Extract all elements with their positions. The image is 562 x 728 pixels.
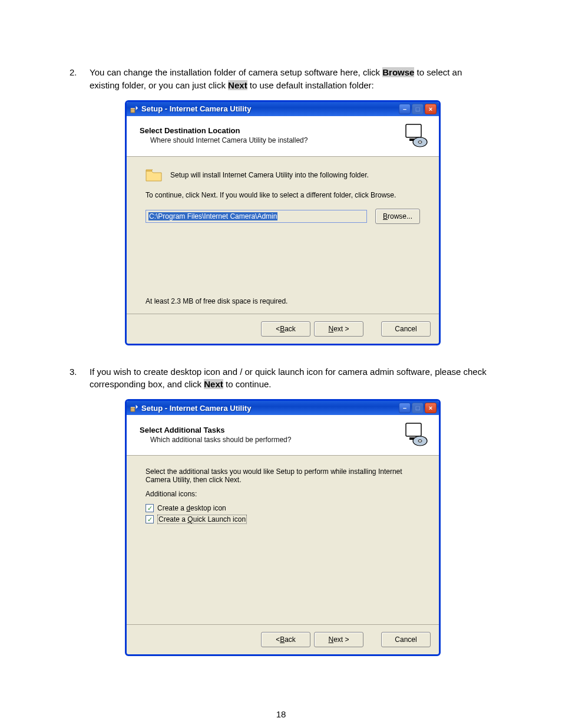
tasks-intro: Select the additional tasks you would li… (146, 467, 420, 484)
step-text: If you wish to create desktop icon and /… (90, 365, 492, 391)
back-button[interactable]: < Back (261, 632, 310, 647)
minimize-button[interactable]: – (399, 104, 411, 114)
browse-button[interactable]: Browse... (375, 209, 420, 224)
minimize-button[interactable]: – (399, 403, 411, 413)
svg-rect-2 (406, 124, 421, 137)
svg-rect-1 (131, 108, 135, 109)
install-path-input[interactable]: C:\Program Files\Internet Camera\Admin (146, 210, 367, 223)
instruction-step-2: 2. You can change the installation folde… (70, 66, 492, 92)
checkbox-icon: ✓ (146, 504, 154, 512)
maximize-button: □ (412, 104, 424, 114)
button-bar: < Back Next > Cancel (127, 314, 439, 344)
button-bar: < Back Next > Cancel (127, 624, 439, 654)
disk-space-text: At least 2.3 MB of free disk space is re… (146, 297, 287, 305)
next-button[interactable]: Next > (314, 321, 363, 337)
dialog-header: Select Additional Tasks Which additional… (127, 415, 439, 456)
install-line-2: To continue, click Next. If you would li… (146, 191, 420, 199)
cancel-button[interactable]: Cancel (381, 632, 431, 647)
header-title: Select Destination Location (140, 126, 404, 135)
folder-icon (146, 169, 162, 182)
step-text: You can change the installation folder o… (90, 66, 492, 92)
svg-rect-7 (131, 407, 135, 408)
titlebar[interactable]: Setup - Internet Camera Utility – □ × (127, 102, 439, 116)
next-button[interactable]: Next > (314, 632, 363, 647)
close-button[interactable]: × (425, 403, 437, 413)
checkbox-label: Create a desktop icon (157, 504, 226, 512)
header-title: Select Additional Tasks (140, 426, 404, 434)
maximize-button: □ (412, 403, 424, 413)
installer-icon (130, 404, 138, 412)
checkbox-label: Create a Quick Launch icon (157, 515, 247, 524)
installer-icon (130, 105, 138, 113)
window-title: Setup - Internet Camera Utility (141, 104, 398, 113)
header-subtitle: Which additional tasks should be perform… (140, 436, 404, 444)
header-subtitle: Where should Internet Camera Utility be … (140, 136, 404, 144)
window-title: Setup - Internet Camera Utility (141, 404, 398, 413)
checkbox-quick-launch[interactable]: ✓ Create a Quick Launch icon (146, 515, 420, 524)
svg-rect-8 (406, 423, 421, 436)
checkbox-icon: ✓ (146, 515, 154, 523)
dialog-body: Setup will install Internet Camera Utili… (127, 157, 439, 314)
instruction-step-3: 3. If you wish to create desktop icon an… (70, 365, 492, 391)
svg-rect-6 (131, 408, 135, 411)
svg-point-11 (418, 440, 422, 442)
titlebar[interactable]: Setup - Internet Camera Utility – □ × (127, 401, 439, 415)
close-button[interactable]: × (425, 104, 437, 114)
svg-point-5 (418, 141, 422, 143)
page-number: 18 (70, 709, 492, 728)
svg-rect-0 (131, 109, 135, 113)
tasks-group-label: Additional icons: (146, 490, 420, 498)
dialog-body: Select the additional tasks you would li… (127, 456, 439, 624)
setup-dialog-tasks: Setup - Internet Camera Utility – □ × Se… (125, 399, 441, 656)
setup-dialog-destination: Setup - Internet Camera Utility – □ × Se… (125, 100, 441, 345)
step-number: 2. (70, 66, 90, 92)
back-button[interactable]: < Back (261, 321, 310, 337)
dialog-header: Select Destination Location Where should… (127, 116, 439, 157)
computer-disc-icon (404, 422, 428, 447)
install-line-1: Setup will install Internet Camera Utili… (170, 171, 369, 179)
checkbox-desktop-icon[interactable]: ✓ Create a desktop icon (146, 504, 420, 512)
cancel-button[interactable]: Cancel (381, 321, 431, 337)
computer-disc-icon (404, 123, 428, 148)
step-number: 3. (70, 365, 90, 391)
